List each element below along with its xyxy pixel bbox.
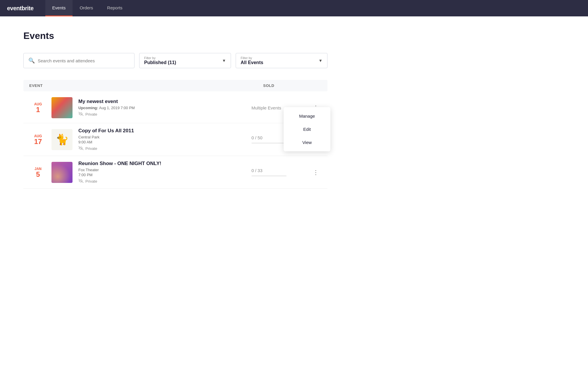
- menu-item-view[interactable]: View: [284, 136, 330, 149]
- event-thumbnail: [51, 162, 73, 183]
- event-info: My newest event Upcoming: Aug 1, 2019 7:…: [78, 99, 251, 117]
- event-day: 17: [29, 138, 47, 145]
- event-day: 1: [29, 106, 47, 113]
- filter-type-dropdown[interactable]: Filter by All Events ▼: [236, 53, 327, 68]
- event-venue: Central Park: [78, 135, 99, 139]
- event-private: Private: [78, 146, 251, 151]
- event-day: 5: [29, 171, 47, 178]
- event-name[interactable]: Copy of For Us All 2011: [78, 128, 251, 134]
- more-options-button[interactable]: ⋮: [311, 168, 321, 177]
- event-name[interactable]: Reunion Show - ONE NIGHT ONLY!: [78, 161, 251, 167]
- event-time: 7:00 PM: [78, 173, 251, 177]
- event-date: Jan 5: [29, 167, 47, 178]
- event-status: Upcoming:: [78, 106, 98, 110]
- event-meta: Central Park: [78, 135, 251, 139]
- table-row: Jan 5 Reunion Show - ONE NIGHT ONLY! Fox…: [23, 156, 327, 189]
- nav-link-orders[interactable]: Orders: [73, 0, 100, 16]
- event-info: Reunion Show - ONE NIGHT ONLY! Fox Theat…: [78, 161, 251, 184]
- event-private: Private: [78, 179, 251, 184]
- table-header: Event Sold: [23, 80, 327, 91]
- event-thumbnail: [51, 97, 73, 118]
- sold-progress-track: [251, 175, 287, 176]
- event-time: 9:00 AM: [78, 140, 251, 144]
- chevron-down-icon: ▼: [222, 58, 226, 63]
- nav-link-events[interactable]: Events: [45, 0, 73, 16]
- event-thumb-img: 🐈: [51, 129, 73, 150]
- filter-status-dropdown[interactable]: Filter by Published (11) ▼: [139, 53, 231, 68]
- event-datetime: Aug 1, 2019 7:00 PM: [99, 106, 135, 110]
- table-row: Aug 17 🐈 Copy of For Us All 2011 Central…: [23, 123, 327, 156]
- filters-bar: 🔍 Filter by Published (11) ▼ Filter by A…: [23, 53, 327, 68]
- sold-value: Multiple Events: [251, 105, 281, 110]
- nav-link-reports[interactable]: Reports: [100, 0, 130, 16]
- page-title: Events: [23, 30, 327, 41]
- event-actions[interactable]: ⋮: [310, 169, 322, 176]
- event-info: Copy of For Us All 2011 Central Park 9:0…: [78, 128, 251, 151]
- col-header-event: Event: [29, 83, 263, 88]
- event-thumb-img: [51, 162, 73, 183]
- search-input[interactable]: [38, 58, 130, 63]
- event-private: Private: [78, 112, 251, 117]
- sold-progress-track: [251, 143, 287, 144]
- menu-item-manage[interactable]: Manage: [284, 109, 330, 123]
- navbar: eventbrite Events Orders Reports: [0, 0, 588, 16]
- event-meta: Upcoming: Aug 1, 2019 7:00 PM: [78, 106, 251, 110]
- logo[interactable]: eventbrite: [7, 5, 34, 12]
- private-icon: [78, 112, 84, 117]
- col-header-sold: Sold: [263, 83, 322, 88]
- filter1-value: Published (11): [144, 60, 226, 65]
- event-name[interactable]: My newest event: [78, 99, 251, 104]
- dropdown-menu: Manage Edit View: [284, 107, 330, 151]
- table-row: Aug 1 My newest event Upcoming: Aug 1, 2…: [23, 92, 327, 123]
- sold-bar: 0 / 33: [251, 168, 310, 176]
- event-date: Aug 1: [29, 102, 47, 113]
- event-private-label: Private: [85, 179, 97, 184]
- event-datetime: 9:00 AM: [78, 140, 92, 144]
- event-actions[interactable]: ⋮ Manage Edit View: [310, 104, 322, 111]
- event-private-label: Private: [85, 112, 97, 116]
- private-icon: [78, 146, 84, 151]
- event-thumbnail: 🐈: [51, 129, 73, 150]
- event-meta: Fox Theater: [78, 168, 251, 172]
- event-sold: 0 / 33: [251, 168, 310, 176]
- event-datetime: 7:00 PM: [78, 173, 92, 177]
- event-venue: Fox Theater: [78, 168, 99, 172]
- nav-links: Events Orders Reports: [45, 0, 130, 16]
- search-icon: 🔍: [28, 57, 35, 64]
- main-content: Events 🔍 Filter by Published (11) ▼ Filt…: [0, 16, 351, 203]
- filter1-label: Filter by: [144, 56, 226, 60]
- filter2-value: All Events: [241, 60, 323, 65]
- chevron-down-icon-2: ▼: [318, 58, 323, 63]
- search-box[interactable]: 🔍: [23, 53, 135, 68]
- sold-value: 0 / 33: [251, 168, 310, 173]
- event-private-label: Private: [85, 146, 97, 151]
- menu-item-edit[interactable]: Edit: [284, 123, 330, 136]
- private-icon: [78, 179, 84, 184]
- filter2-label: Filter by: [241, 56, 323, 60]
- event-date: Aug 17: [29, 134, 47, 145]
